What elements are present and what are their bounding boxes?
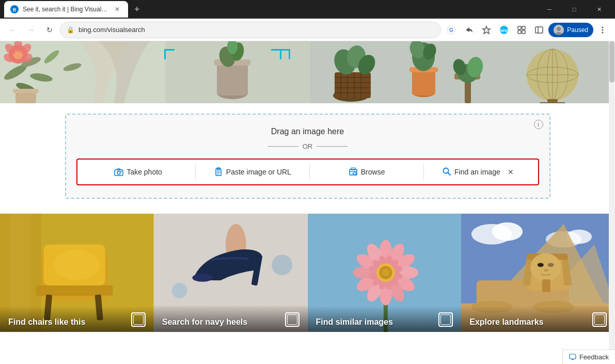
svg-point-102 [54,249,100,280]
browse-icon [349,167,358,177]
tab-bar: B See it, search it | Bing Visual Sear ✕… [4,1,535,18]
svg-rect-80 [115,170,123,176]
sidebar-icon[interactable] [531,22,547,38]
chair-label: Find chairs like this [8,318,85,327]
image-grid: Find chairs like this [0,213,615,332]
hero-banner [0,41,615,103]
paste-image-label: Paste image or URL [226,168,291,176]
profile-button[interactable]: Paused [548,23,593,37]
svg-rect-35 [13,89,39,93]
share-icon[interactable] [461,22,477,38]
refresh-button[interactable]: ↻ [41,22,58,38]
extensions-icon[interactable] [513,22,530,38]
flower-label: Find similar images [316,318,393,327]
svg-point-81 [117,171,120,175]
svg-text:G: G [449,27,453,33]
svg-rect-8 [518,30,521,34]
back-button[interactable]: ← [4,22,21,38]
favorites-icon[interactable] [478,22,495,38]
address-url: bing.com/visualsearch [78,26,434,34]
search-section: i Drag an image here OR Take photo [0,103,615,209]
svg-point-108 [171,283,187,298]
action-buttons-row: Take photo Paste image or URL Browse [76,159,539,185]
svg-rect-74 [540,102,565,103]
svg-point-15 [602,26,604,28]
flower-scan-icon [438,312,453,327]
find-image-label: Find an image [454,168,500,176]
info-button[interactable]: i [534,120,543,129]
feedback-button[interactable]: Feedback [562,350,615,364]
drag-text: Drag an image here [76,127,539,136]
new-tab-button[interactable]: + [130,2,144,17]
address-bar[interactable]: 🔒 bing.com/visualsearch [60,22,441,38]
svg-rect-157 [542,279,550,292]
or-text: OR [303,143,313,150]
grid-item-heels[interactable]: Search for navy heels [154,213,308,332]
google-icon[interactable]: G [443,22,460,38]
camera-icon [114,167,123,177]
svg-point-153 [530,253,561,282]
close-button[interactable]: ✕ [587,0,611,19]
svg-rect-156 [544,269,548,272]
heels-label: Search for navy heels [162,318,247,327]
chair-scan-icon [131,312,146,327]
sphinx-label: Explore landmarks [469,318,543,327]
svg-rect-9 [522,30,525,34]
browse-label: Browse [361,168,385,176]
find-image-button[interactable]: Find an image ✕ [424,163,533,181]
feedback-icon [569,354,576,361]
maximize-button[interactable]: □ [562,0,586,19]
profile-label: Paused [567,26,588,34]
svg-rect-37 [217,62,248,96]
browse-button[interactable]: Browse [310,164,424,180]
svg-rect-62 [412,70,435,96]
tab-title: See it, search it | Bing Visual Sear [23,6,108,13]
svg-rect-160 [570,354,576,359]
grid-item-chairs[interactable]: Find chairs like this [0,213,154,332]
tab-favicon: B [10,5,19,13]
info-icon: i [538,121,539,128]
active-tab[interactable]: B See it, search it | Bing Visual Sear ✕ [4,1,128,18]
scrollbar[interactable] [609,41,615,364]
svg-rect-47 [271,49,281,51]
flower-overlay: Find similar images [308,306,462,332]
grid-item-sphinx[interactable]: Explore landmarks [461,213,615,332]
avatar [554,25,564,35]
svg-point-154 [538,263,544,267]
search-drop-zone[interactable]: i Drag an image here OR Take photo [65,114,550,199]
heels-overlay: Search for navy heels [154,306,308,332]
svg-point-16 [602,29,604,30]
svg-point-140 [382,269,389,276]
feedback-label: Feedback [579,353,609,361]
svg-point-155 [548,263,554,267]
page-content: i Drag an image here OR Take photo [0,41,615,364]
minimize-button[interactable]: ─ [538,0,561,19]
window-controls: ─ □ ✕ [538,0,611,19]
svg-text:B: B [13,7,17,12]
sphinx-overlay: Explore landmarks [461,306,615,332]
svg-point-109 [272,255,292,275]
svg-rect-96 [36,286,113,296]
svg-line-93 [448,172,451,175]
svg-rect-43 [164,49,166,59]
svg-point-144 [492,223,523,241]
svg-rect-10 [535,27,543,33]
sphinx-scan-icon [592,312,607,327]
svg-rect-49 [335,72,371,98]
bing-icon[interactable]: bing [496,22,512,38]
close-find-button[interactable]: ✕ [506,166,516,178]
forward-button[interactable]: → [23,22,39,38]
tab-close-button[interactable]: ✕ [113,5,122,14]
grid-item-flower[interactable]: Find similar images [308,213,462,332]
paste-image-button[interactable]: Paste image or URL [196,164,310,180]
browser-titlebar: B See it, search it | Bing Visual Sear ✕… [0,0,615,19]
menu-button[interactable] [594,22,611,38]
hero-svg [0,41,615,103]
scrollbar-thumb[interactable] [609,41,614,83]
take-photo-button[interactable]: Take photo [82,164,196,180]
svg-point-17 [602,31,604,33]
svg-text:bing: bing [499,28,509,33]
heels-scan-icon [285,312,299,327]
toolbar-icons: G bing Paused [443,22,611,38]
take-photo-label: Take photo [127,168,162,176]
